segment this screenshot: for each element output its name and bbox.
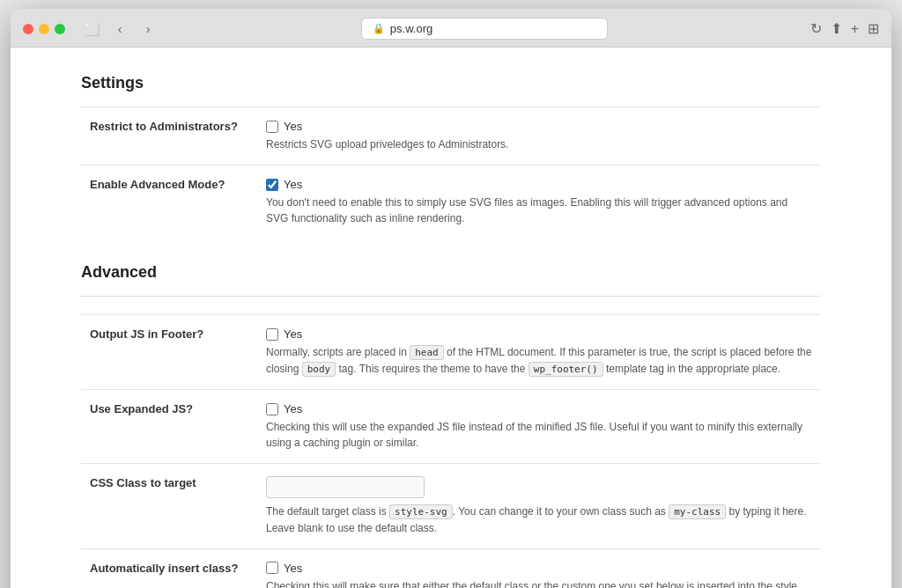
section-divider bbox=[81, 296, 821, 297]
restrict-admin-label: Restrict to Administrators? bbox=[81, 107, 257, 165]
table-row: Automatically insert class? Yes Checking… bbox=[81, 548, 821, 588]
sidebar-toggle-icon[interactable]: ⬜ bbox=[81, 18, 102, 40]
output-js-desc: Normally, scripts are placed in head of … bbox=[266, 344, 812, 377]
expanded-js-desc: Checking this will use the expanded JS f… bbox=[266, 419, 812, 451]
body-code: body bbox=[302, 362, 336, 377]
table-row: Output JS in Footer? Yes Normally, scrip… bbox=[81, 315, 821, 390]
restrict-admin-desc: Restricts SVG upload priveledges to Admi… bbox=[266, 136, 812, 152]
restrict-admin-yes: Yes bbox=[284, 120, 302, 133]
output-js-yes: Yes bbox=[284, 327, 302, 341]
output-js-control: Yes Normally, scripts are placed in head… bbox=[257, 315, 821, 390]
css-class-input[interactable] bbox=[266, 476, 425, 498]
my-class-code: my-class bbox=[669, 504, 726, 519]
lock-icon: 🔒 bbox=[373, 23, 385, 34]
output-js-checkbox[interactable] bbox=[266, 328, 278, 341]
advanced-title: Advanced bbox=[81, 263, 821, 282]
expanded-js-label: Use Expanded JS? bbox=[81, 390, 257, 464]
advanced-settings-table: Output JS in Footer? Yes Normally, scrip… bbox=[81, 314, 821, 588]
restrict-admin-checkbox[interactable] bbox=[266, 121, 278, 133]
browser-window: ⬜ ‹ › 🔒 ps.w.org ↻ ⬆ + ⊞ Settings bbox=[11, 9, 891, 588]
enable-advanced-checkbox[interactable] bbox=[266, 179, 278, 191]
address-bar[interactable]: 🔒 ps.w.org bbox=[361, 18, 608, 40]
auto-insert-control: Yes Checking this will make sure that ei… bbox=[257, 548, 821, 588]
restrict-admin-control: Yes Restricts SVG upload priveledges to … bbox=[257, 107, 821, 165]
css-class-control: The default target class is style-svg. Y… bbox=[257, 464, 821, 549]
table-row: Enable Advanced Mode? Yes You don't need… bbox=[81, 165, 821, 239]
browser-chrome: ⬜ ‹ › 🔒 ps.w.org ↻ ⬆ + ⊞ bbox=[11, 9, 891, 48]
css-class-desc: The default target class is style-svg. Y… bbox=[266, 503, 812, 536]
auto-insert-yes: Yes bbox=[284, 562, 302, 575]
settings-title: Settings bbox=[81, 74, 821, 92]
page-content: Settings Restrict to Administrators? Yes… bbox=[11, 48, 891, 588]
traffic-lights bbox=[23, 24, 65, 34]
forward-icon[interactable]: › bbox=[137, 18, 159, 40]
grid-icon[interactable]: ⊞ bbox=[868, 20, 879, 37]
enable-advanced-yes: Yes bbox=[284, 178, 302, 191]
enable-advanced-desc: You don't need to enable this to simply … bbox=[266, 195, 812, 226]
expanded-js-control: Yes Checking this will use the expanded … bbox=[257, 390, 821, 464]
browser-controls: ⬜ ‹ › bbox=[81, 18, 159, 40]
expanded-js-yes: Yes bbox=[284, 402, 302, 415]
enable-advanced-label: Enable Advanced Mode? bbox=[81, 165, 257, 239]
style-svg-code: style-svg bbox=[389, 504, 453, 519]
table-row: Restrict to Administrators? Yes Restrict… bbox=[81, 107, 821, 165]
minimize-button[interactable] bbox=[39, 24, 49, 34]
add-tab-icon[interactable]: + bbox=[851, 21, 859, 37]
back-icon[interactable]: ‹ bbox=[109, 18, 130, 40]
close-button[interactable] bbox=[23, 24, 33, 34]
css-class-label: CSS Class to target bbox=[81, 464, 257, 549]
enable-advanced-control: Yes You don't need to enable this to sim… bbox=[257, 165, 821, 239]
table-row: CSS Class to target The default target c… bbox=[81, 464, 821, 549]
settings-table: Restrict to Administrators? Yes Restrict… bbox=[81, 107, 821, 239]
table-row: Use Expanded JS? Yes Checking this will … bbox=[81, 390, 821, 464]
head-code: head bbox=[410, 345, 444, 360]
auto-insert-desc: Checking this will make sure that either… bbox=[266, 578, 812, 589]
wp-footer-code: wp_footer() bbox=[529, 362, 603, 377]
share-icon[interactable]: ⬆ bbox=[831, 20, 842, 37]
expanded-js-checkbox[interactable] bbox=[266, 403, 278, 415]
output-js-label: Output JS in Footer? bbox=[81, 315, 257, 390]
url-text: ps.w.org bbox=[390, 22, 433, 35]
reload-icon[interactable]: ↻ bbox=[810, 20, 822, 37]
auto-insert-checkbox[interactable] bbox=[266, 562, 278, 574]
auto-insert-label: Automatically insert class? bbox=[81, 548, 257, 588]
browser-actions: ↻ ⬆ + ⊞ bbox=[810, 20, 879, 37]
maximize-button[interactable] bbox=[55, 24, 65, 34]
